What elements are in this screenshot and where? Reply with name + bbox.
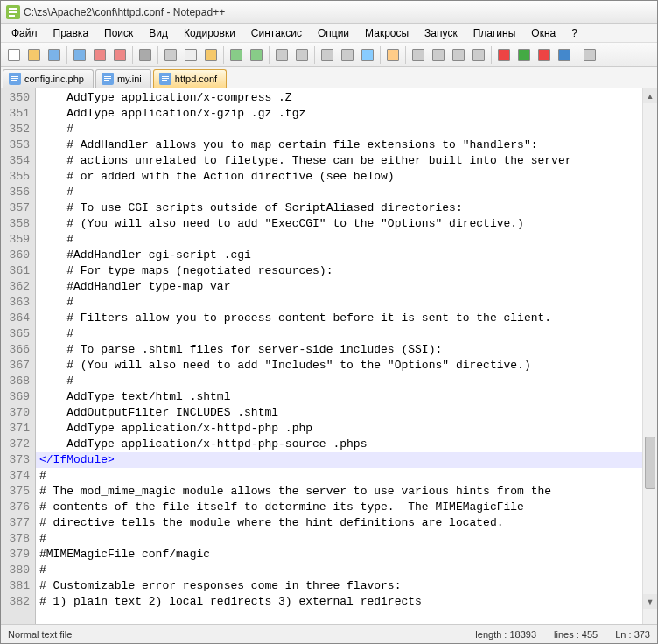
code-line[interactable]: AddOutputFilter INCLUDES .shtml [36,405,642,421]
tab-httpd-conf[interactable]: httpd.conf [153,69,227,88]
menu-?[interactable]: ? [564,25,584,41]
code-line[interactable]: # [36,563,642,578]
code-line[interactable]: # [36,122,642,137]
menu-кодировки[interactable]: Кодировки [177,25,242,41]
scroll-down-button[interactable]: ▼ [643,594,657,609]
line-number: 350 [1,90,30,106]
code-line[interactable]: # [36,232,642,248]
close-button[interactable] [90,46,109,65]
macro-rec-button[interactable] [494,46,514,65]
code-line[interactable]: AddType application/x-httpd-php-source .… [36,437,642,452]
menu-макросы[interactable]: Макросы [358,25,416,41]
code-line[interactable]: # (You will also need to add "ExecCGI" t… [36,216,642,232]
code-line[interactable]: # [36,468,642,484]
menu-поиск[interactable]: Поиск [97,25,140,41]
code-line[interactable]: # [36,295,642,311]
code-line[interactable]: # Customizable error responses come in t… [36,578,642,594]
hide-icon [584,49,596,61]
menu-файл[interactable]: Файл [4,25,45,41]
allchars-button[interactable] [409,46,428,65]
cut-button[interactable] [161,46,180,65]
indent-button[interactable] [429,46,448,65]
line-number: 372 [1,437,30,452]
code-line[interactable]: #MIMEMagicFile conf/magic [36,547,642,563]
wrap-button[interactable] [383,46,402,65]
macro-stop-button[interactable] [535,46,554,65]
undo-button[interactable] [227,46,246,65]
replace-icon [296,49,308,61]
code-line[interactable]: # To parse .shtml files for server-side … [36,342,642,358]
menu-вид[interactable]: Вид [142,25,175,41]
find-icon [276,49,288,61]
new-button[interactable] [4,46,24,65]
line-number: 375 [1,484,30,500]
redo-button[interactable] [247,46,266,65]
code-content[interactable]: AddType application/x-compress .Z AddTyp… [36,88,642,624]
code-line[interactable]: AddType text/html .shtml [36,389,642,405]
line-number: 367 [1,358,30,374]
open-button[interactable] [24,46,44,65]
menu-синтаксис[interactable]: Синтаксис [244,25,309,41]
saveall-button[interactable] [70,46,89,65]
zoomin-button[interactable] [318,46,337,65]
copy-button[interactable] [181,46,200,65]
code-line[interactable]: AddType application/x-httpd-php .php [36,421,642,437]
line-number: 371 [1,421,30,437]
save-icon [48,49,60,61]
menu-плагины[interactable]: Плагины [466,25,523,41]
line-number: 380 [1,563,30,578]
guide-icon [452,49,465,61]
status-length: length : 18393 [475,629,536,640]
tab-config-inc-php[interactable]: config.inc.php [3,69,94,88]
code-line[interactable]: #AddHandler type-map var [36,279,642,295]
scroll-thumb[interactable] [645,437,655,489]
code-line[interactable]: # [36,326,642,342]
code-line[interactable]: # AddHandler allows you to map certain f… [36,137,642,153]
code-line[interactable]: #AddHandler cgi-script .cgi [36,248,642,263]
vertical-scrollbar[interactable]: ▲ ▼ [642,88,657,624]
code-line[interactable]: # The mod_mime_magic module allows the s… [36,484,642,500]
tab-my-ini[interactable]: my.ini [95,69,151,88]
titlebar[interactable]: C:\zs\Apache2\conf\httpd.conf - Notepad+… [1,1,657,24]
save-button[interactable] [45,46,64,65]
code-line[interactable]: # or added with the Action directive (se… [36,169,642,185]
sync-icon [361,49,374,61]
code-line[interactable]: # (You will also need to add "Includes" … [36,358,642,374]
menu-запуск[interactable]: Запуск [417,25,465,41]
macro-run-button[interactable] [555,46,574,65]
closeall-button[interactable] [110,46,130,65]
guide-button[interactable] [449,46,468,65]
new-icon [8,49,20,61]
code-line[interactable]: # directive tells the module where the h… [36,515,642,531]
replace-button[interactable] [292,46,312,65]
code-line[interactable]: AddType application/x-compress .Z [36,90,642,106]
code-line[interactable]: # [36,185,642,200]
code-line[interactable]: # Filters allow you to process content b… [36,311,642,326]
scroll-up-button[interactable]: ▲ [643,88,657,103]
menu-окна[interactable]: Окна [524,25,563,41]
code-line[interactable]: # [36,531,642,547]
paste-icon [205,49,217,61]
code-line[interactable]: # For type maps (negotiated resources): [36,263,642,279]
macro-run-icon [558,49,570,61]
menu-опции[interactable]: Опции [311,25,356,41]
menu-правка[interactable]: Правка [46,25,96,41]
code-line[interactable]: # contents of the file itself to determi… [36,500,642,515]
code-line[interactable]: # [36,374,642,389]
zoomout-button[interactable] [338,46,357,65]
code-line[interactable]: </IfModule> [36,452,642,468]
hide-button[interactable] [580,46,599,65]
code-line[interactable]: AddType application/x-gzip .gz .tgz [36,106,642,122]
sync-button[interactable] [358,46,377,65]
line-number: 360 [1,248,30,263]
code-line[interactable]: # To use CGI scripts outside of ScriptAl… [36,200,642,216]
paste-button[interactable] [201,46,220,65]
macro-play-button[interactable] [514,46,534,65]
print-button[interactable] [136,46,155,65]
lang-button[interactable] [469,46,488,65]
macro-play-icon [518,49,530,61]
code-line[interactable]: # actions unrelated to filetype. These c… [36,153,642,169]
code-line[interactable]: # 1) plain text 2) local redirects 3) ex… [36,594,642,610]
status-filetype: Normal text file [8,629,72,640]
find-button[interactable] [272,46,291,65]
